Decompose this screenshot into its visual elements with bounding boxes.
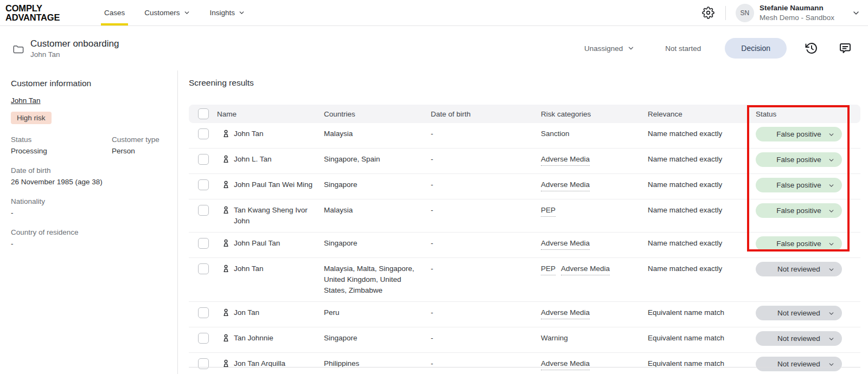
history-button[interactable] [803, 40, 820, 57]
risk-category-tag[interactable]: Adverse Media [541, 238, 590, 250]
row-risks: Adverse Media [541, 307, 648, 319]
table-row[interactable]: Tan Kwang Sheng Ivor John Malaysia - PEP… [189, 199, 860, 233]
chevron-down-icon [238, 9, 245, 16]
status-select[interactable]: False positive [756, 178, 842, 192]
row-checkbox[interactable] [198, 205, 209, 216]
customer-name-link[interactable]: John Tan [11, 96, 41, 105]
nav-item-cases[interactable]: Cases [94, 0, 135, 25]
row-relevance: Name matched exactly [648, 206, 722, 214]
risk-category-tag[interactable]: Adverse Media [541, 179, 590, 191]
risk-category-tag[interactable]: Adverse Media [541, 358, 590, 370]
risk-category-tag[interactable]: Adverse Media [561, 263, 610, 275]
chevron-down-icon [828, 208, 835, 215]
row-checkbox[interactable] [198, 154, 209, 165]
row-checkbox[interactable] [198, 179, 209, 190]
risk-badge: High risk [11, 112, 52, 124]
nav-item-insights[interactable]: Insights [200, 0, 256, 25]
table-row[interactable]: John Tan Malaysia - Sanction Name matche… [189, 123, 860, 149]
status-select[interactable]: False positive [756, 236, 842, 251]
risk-category-tag[interactable]: PEP [541, 205, 556, 217]
case-header: Customer onboarding John Tan Unassigned … [0, 26, 868, 70]
decision-button[interactable]: Decision [725, 38, 787, 59]
row-name: Jon Tan [234, 307, 259, 318]
field-value: Person [112, 147, 159, 155]
column-header-risk: Risk categories [541, 110, 648, 118]
nav-insights-label: Insights [210, 9, 235, 17]
table-row[interactable]: Tan Johnnie Singapore - Warning Equivale… [189, 327, 860, 353]
assignee-label: Unassigned [584, 44, 623, 53]
table-row[interactable]: John L. Tan Singapore, Spain - Adverse M… [189, 149, 860, 174]
chevron-down-icon [828, 157, 835, 164]
column-header-status: Status [756, 110, 860, 118]
row-checkbox[interactable] [198, 333, 209, 344]
comments-button[interactable] [837, 40, 854, 57]
status-select[interactable]: Not reviewed [756, 357, 842, 371]
risk-category-tag[interactable]: PEP [541, 263, 556, 275]
row-countries: Peru [324, 307, 340, 318]
row-risks: Adverse Media [541, 238, 648, 250]
row-checkbox[interactable] [198, 307, 209, 318]
table-row[interactable]: Jon Tan Arquilla Philippines - Adverse M… [189, 353, 860, 374]
page-subtitle: John Tan [30, 50, 119, 59]
chevron-down-icon [828, 310, 835, 317]
row-name: John Tan [234, 128, 264, 139]
status-select[interactable]: False positive [756, 152, 842, 167]
row-checkbox[interactable] [198, 358, 209, 369]
status-select[interactable]: Not reviewed [756, 331, 842, 346]
row-name: John Paul Tan [234, 238, 280, 249]
row-relevance: Name matched exactly [648, 155, 722, 163]
table-row[interactable]: John Paul Tan Wei Ming Singapore - Adver… [189, 174, 860, 199]
table-row[interactable]: Jon Tan Peru - Adverse Media Equivalent … [189, 302, 860, 327]
row-relevance: Name matched exactly [648, 130, 722, 138]
row-countries: Singapore [324, 179, 358, 190]
user-name: Stefanie Naumann [760, 3, 834, 13]
person-icon [221, 129, 231, 138]
field-value: 26 November 1985 (age 38) [11, 178, 167, 186]
row-checkbox[interactable] [198, 128, 209, 139]
risk-category-tag[interactable]: Adverse Media [541, 307, 590, 319]
field-nationality: Nationality - [11, 197, 167, 217]
row-checkbox[interactable] [198, 263, 209, 274]
chevron-down-icon [828, 266, 835, 273]
column-header-relevance: Relevance [648, 110, 756, 118]
row-dob: - [431, 155, 433, 163]
row-relevance: Equivalent name match [648, 308, 724, 317]
row-risks: Adverse Media [541, 179, 648, 191]
status-select[interactable]: Not reviewed [756, 262, 842, 276]
customer-info-panel: Customer information John Tan High risk … [0, 70, 178, 374]
user-menu[interactable]: SN Stefanie Naumann Mesh Demo - Sandbox [736, 3, 860, 22]
field-label: Date of birth [11, 166, 167, 175]
screening-heading: Screening results [189, 78, 868, 88]
column-header-name: Name [217, 110, 324, 118]
status-label: False positive [776, 180, 821, 191]
nav-cases-label: Cases [104, 9, 125, 17]
table-row[interactable]: John Paul Tan Singapore - Adverse Media … [189, 233, 860, 258]
status-select[interactable]: False positive [756, 127, 842, 141]
row-dob: - [431, 130, 433, 138]
row-relevance: Name matched exactly [648, 180, 722, 189]
column-header-dob: Date of birth [431, 110, 541, 118]
row-dob: - [431, 359, 433, 367]
assignee-dropdown[interactable]: Unassigned [584, 44, 635, 53]
avatar: SN [736, 4, 754, 22]
row-countries: Malaysia, Malta, Singapore, United Kingd… [324, 263, 419, 296]
field-value: - [11, 209, 167, 217]
customer-info-heading: Customer information [11, 79, 167, 88]
risk-category-tag[interactable]: Adverse Media [541, 154, 590, 166]
brand-line-2: ADVANTAGE [5, 13, 88, 22]
nav-customers-label: Customers [144, 9, 180, 17]
row-dob: - [431, 180, 433, 189]
row-name: Tan Johnnie [234, 333, 273, 344]
stage-status: Not started [665, 44, 701, 53]
status-select[interactable]: False positive [756, 203, 842, 218]
select-all-checkbox[interactable] [198, 108, 209, 119]
brand-logo[interactable]: COMPLY ADVANTAGE [5, 4, 88, 25]
table-row[interactable]: John Tan Malaysia, Malta, Singapore, Uni… [189, 258, 860, 302]
settings-button[interactable] [700, 4, 717, 21]
status-select[interactable]: Not reviewed [756, 306, 842, 320]
row-checkbox[interactable] [198, 238, 209, 249]
row-dob: - [431, 206, 433, 214]
field-status: Status Processing [11, 136, 76, 155]
field-label: Nationality [11, 197, 167, 205]
nav-item-customers[interactable]: Customers [135, 0, 200, 25]
